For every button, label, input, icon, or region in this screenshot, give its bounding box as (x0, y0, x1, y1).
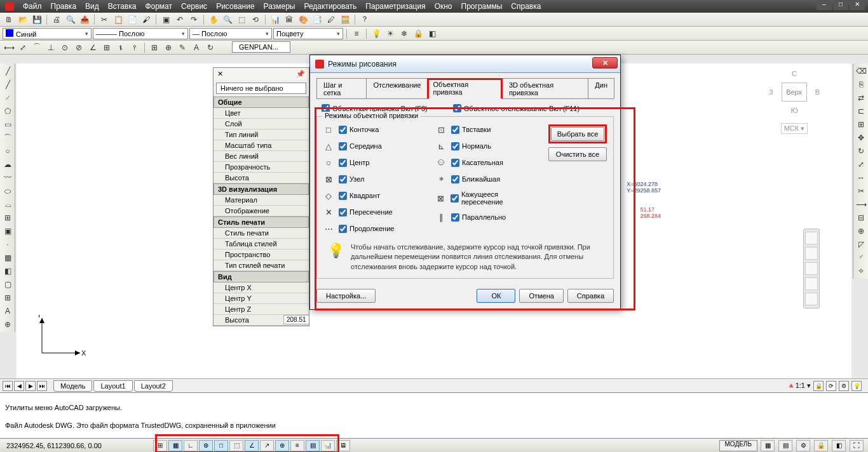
snap-center[interactable]: Центр (339, 159, 370, 167)
prop-row[interactable]: Тип линий (214, 130, 309, 140)
prop-row[interactable]: Стиль печати (214, 228, 309, 239)
lightbulb-status-icon[interactable]: 💡 (851, 381, 862, 391)
status-quickview2-icon[interactable]: ▤ (778, 440, 792, 451)
match-icon[interactable]: 🖌 (140, 14, 153, 25)
menu-insert[interactable]: Вставка (108, 2, 137, 11)
ellipsearc-icon[interactable]: ⌓ (1, 198, 14, 211)
dim-baseline-icon[interactable]: ⫮ (114, 42, 127, 53)
preview-icon[interactable]: 🔍 (64, 14, 77, 25)
prop-row[interactable]: Цвет (214, 108, 309, 119)
sheet-icon[interactable]: 📑 (311, 14, 323, 25)
dim-aligned-icon[interactable]: ⤢ (17, 42, 29, 53)
dim-angular-icon[interactable]: ∠ (86, 42, 99, 53)
menu-file[interactable]: Файл (23, 2, 42, 11)
plotstyle-select[interactable]: Поцвету (273, 28, 343, 39)
clear-all-button[interactable]: Очистить все (548, 147, 607, 161)
prop-row[interactable]: Материал (214, 195, 309, 206)
layercolor-icon[interactable]: ◧ (426, 28, 438, 39)
copy-icon[interactable]: 📋 (112, 14, 125, 25)
centermark-icon[interactable]: ⊕ (162, 42, 175, 53)
prop-row[interactable]: Высота (214, 173, 309, 183)
status-tray3-icon[interactable]: ◧ (832, 440, 846, 451)
tab-polar-tracking[interactable]: Отслеживание (366, 78, 428, 98)
scale-icon[interactable]: ⤢ (855, 158, 867, 171)
redo-icon[interactable]: ↷ (187, 14, 200, 25)
toolpalettes-icon[interactable]: 🎨 (297, 14, 309, 25)
prop-group-3dviz[interactable]: 3D визуализация (214, 183, 309, 195)
status-tpy-icon[interactable]: ▤ (306, 440, 320, 451)
layer-mgr-icon[interactable]: ≡ (350, 28, 363, 39)
annoscale-sync-icon[interactable]: ⟳ (826, 381, 836, 391)
nav-zoom-icon[interactable] (805, 262, 818, 275)
dim-continue-icon[interactable]: ⫯ (128, 42, 141, 53)
snap-tangent[interactable]: Касательная (451, 159, 503, 167)
window-close-button[interactable]: ✕ (850, 0, 865, 10)
xline-icon[interactable]: ╱ (1, 78, 14, 91)
menu-service[interactable]: Сервис (181, 2, 207, 11)
snap-endpoint[interactable]: Конточка (339, 126, 379, 134)
prop-group-general[interactable]: Общие (214, 96, 309, 108)
otrack-on-checkbox[interactable]: Объектное отслеживание Вкл (F11) (453, 104, 580, 112)
dialog-close-button[interactable]: ✕ (592, 57, 618, 69)
pan-icon[interactable]: ✋ (207, 14, 220, 25)
status-ortho-icon[interactable]: ∟ (184, 440, 198, 451)
save-icon[interactable]: 💾 (31, 14, 43, 25)
prop-row[interactable]: Пространство (214, 249, 309, 260)
hatch-icon[interactable]: ▦ (1, 251, 14, 264)
dialog-titlebar[interactable]: Режимы рисования ✕ (310, 55, 620, 73)
move-icon[interactable]: ✥ (855, 131, 867, 144)
prop-group-plot[interactable]: Стиль печати (214, 216, 309, 228)
paste-icon[interactable]: 📄 (126, 14, 139, 25)
arc-icon[interactable]: ⌒ (1, 131, 14, 144)
dim-ordinate-icon[interactable]: ⊥ (44, 42, 57, 53)
coordinate-display[interactable]: 2324952.45, 6112390.66, 0.00 (0, 442, 127, 449)
status-polar-icon[interactable]: ⊛ (199, 440, 213, 451)
mtext-icon[interactable]: A (1, 305, 14, 317)
status-otrack-icon[interactable]: ∠ (245, 440, 259, 451)
snap-midpoint[interactable]: Середина (339, 142, 382, 150)
tab-3d-object-snap[interactable]: 3D объектная привязка (502, 78, 588, 98)
tab-nav-first[interactable]: ⏮ (3, 381, 13, 391)
mirror-icon[interactable]: ⇄ (855, 91, 867, 104)
light-icon[interactable]: 💡 (370, 28, 383, 39)
tab-nav-next[interactable]: ▶ (25, 381, 36, 391)
zoom-window-icon[interactable]: ⬚ (235, 14, 248, 25)
layout-tab-1[interactable]: Layout1 (93, 380, 132, 392)
copy-obj-icon[interactable]: ⎘ (855, 78, 867, 91)
explode-icon[interactable]: ✧ (855, 265, 867, 277)
circle-icon[interactable]: ○ (1, 145, 14, 157)
modelspace-button[interactable]: МОДЕЛЬ (719, 440, 757, 451)
dimupdate-icon[interactable]: ↻ (204, 42, 217, 53)
calc-icon[interactable]: 🧮 (339, 14, 351, 25)
settings-button[interactable]: Настройка... (316, 289, 376, 303)
tolerance-icon[interactable]: ⊞ (148, 42, 161, 53)
snap-extension[interactable]: Продолжение (339, 225, 394, 233)
rectangle-icon[interactable]: ▭ (1, 118, 14, 131)
view-cube[interactable]: С З Верх В Ю МСК ▾ (769, 70, 820, 127)
menu-format[interactable]: Формат (145, 2, 172, 11)
tab-nav-prev[interactable]: ◀ (14, 381, 24, 391)
freeze-icon[interactable]: ❄ (398, 28, 410, 39)
panel-pin-icon[interactable]: 📌 (296, 70, 305, 78)
zoom-prev-icon[interactable]: ⟲ (249, 14, 262, 25)
status-qp-icon[interactable]: 📊 (321, 440, 335, 451)
revcloud-icon[interactable]: ☁ (1, 158, 14, 171)
wcs-dropdown[interactable]: МСК ▾ (781, 123, 808, 134)
snap-parallel[interactable]: Параллельно (451, 213, 506, 222)
cancel-button[interactable]: Отмена (519, 289, 563, 303)
prop-row[interactable]: Отображение (214, 206, 309, 216)
status-tray1-icon[interactable]: ⚙ (796, 440, 810, 451)
status-osnap-icon[interactable]: □ (214, 440, 228, 451)
status-tray2-icon[interactable]: 🔒 (814, 440, 828, 451)
snap-perpendicular[interactable]: Нормаль (451, 142, 491, 150)
menu-dimensions[interactable]: Размеры (264, 2, 295, 11)
dimtedit-icon[interactable]: A (190, 42, 203, 53)
menu-view[interactable]: Вид (85, 2, 99, 11)
prop-row[interactable]: Тип стилей печати (214, 260, 309, 271)
help-button[interactable]: Справка (567, 289, 614, 303)
window-maximize-button[interactable]: □ (833, 0, 848, 10)
layout-tab-2[interactable]: Layout2 (134, 380, 173, 392)
break-icon[interactable]: ⊟ (855, 211, 867, 224)
tab-dynamic-input[interactable]: Дин (588, 78, 614, 98)
status-3dosnap-icon[interactable]: ⬚ (229, 440, 243, 451)
